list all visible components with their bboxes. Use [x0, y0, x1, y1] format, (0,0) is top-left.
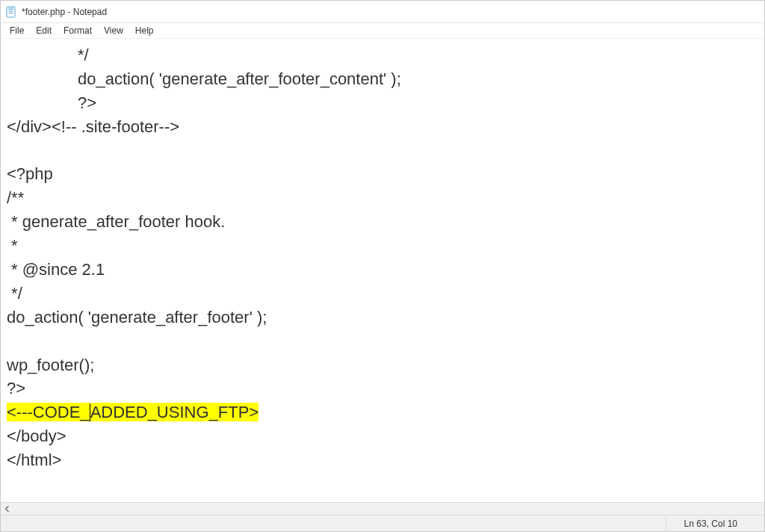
code-line: </body> — [7, 424, 758, 448]
scroll-left-icon[interactable] — [1, 503, 13, 516]
menu-file[interactable]: File — [4, 24, 30, 37]
code-line: <?php — [7, 162, 758, 186]
menu-view[interactable]: View — [98, 24, 129, 37]
code-line: </html> — [7, 448, 758, 472]
code-line: */ — [7, 43, 758, 67]
code-line: ?> — [7, 91, 758, 115]
titlebar: *footer.php - Notepad — [1, 1, 764, 23]
code-line: * generate_after_footer hook. — [7, 210, 758, 234]
notepad-window: *footer.php - Notepad File Edit Format V… — [0, 0, 765, 532]
window-title: *footer.php - Notepad — [22, 7, 107, 17]
menu-format[interactable]: Format — [58, 24, 98, 37]
code-line — [7, 330, 758, 353]
status-cursor-position: Ln 63, Col 10 — [666, 516, 755, 531]
code-line: * @since 2.1 — [7, 258, 758, 282]
code-line-highlight: <---CODE_ADDED_USING_FTP> — [7, 400, 758, 424]
menubar: File Edit Format View Help — [1, 23, 764, 39]
statusbar: Ln 63, Col 10 — [1, 515, 764, 531]
code-line: ?> — [7, 377, 758, 400]
code-line — [7, 139, 758, 163]
code-line: do_action( 'generate_after_footer_conten… — [7, 67, 758, 91]
code-line: */ — [7, 282, 758, 306]
svg-rect-4 — [7, 7, 15, 9]
code-line: wp_footer(); — [7, 353, 758, 377]
horizontal-scrollbar[interactable] — [1, 502, 764, 515]
notepad-icon — [5, 6, 17, 18]
code-line: do_action( 'generate_after_footer' ); — [7, 306, 758, 330]
code-line: </div><!-- .site-footer--> — [7, 115, 758, 139]
menu-edit[interactable]: Edit — [30, 24, 58, 37]
code-line: /** — [7, 186, 758, 210]
code-line: * — [7, 234, 758, 258]
text-editor[interactable]: */do_action( 'generate_after_footer_cont… — [1, 39, 764, 502]
menu-help[interactable]: Help — [129, 24, 160, 37]
